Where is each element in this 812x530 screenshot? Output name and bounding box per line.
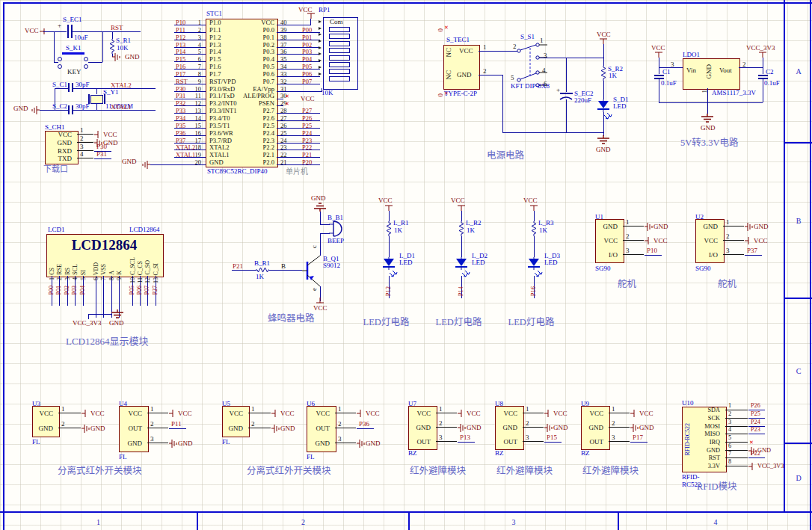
pin-name: VCC xyxy=(222,410,243,417)
pin-net-label: P03 xyxy=(71,286,78,295)
pin-number: 3 xyxy=(526,434,529,441)
mcu-pin-row-left[interactable]: XTAL2 18 xyxy=(174,144,206,151)
mcu-pin-row-left[interactable]: P30 10 xyxy=(174,85,206,93)
led-circuit[interactable]: VCC L_R3 1K L_D3 LED P16 LED灯电路 xyxy=(495,191,568,330)
caption-servo: 舵机 xyxy=(718,280,736,290)
pin-net-label: P02 xyxy=(302,41,312,49)
mcu-pin-name: P0.5 xyxy=(207,63,274,70)
schematic-sheet[interactable]: 1 2 3 4 A B C D VCC S_EC1 + 10uF RST S_R… xyxy=(0,0,812,530)
lcd-pin[interactable]: RSE 2 P01 xyxy=(55,248,63,319)
wire xyxy=(659,79,659,102)
lcd-pin[interactable]: RS 3 P02 xyxy=(64,248,71,319)
lcd-pin[interactable]: C_SCL 10 P05 xyxy=(129,248,136,319)
mcu-pin-row-left[interactable]: P36 16 xyxy=(174,129,206,137)
mcu-pin-name: ALE/PROG xyxy=(207,92,274,99)
led-icon[interactable] xyxy=(526,257,546,280)
mcu-pin-row-left[interactable]: P33 13 xyxy=(174,107,206,114)
pin-name: C_CS xyxy=(137,261,144,275)
pin-wire xyxy=(523,441,544,442)
mcu-pin-row-left[interactable]: P35 15 xyxy=(174,122,206,129)
pin-net-label: VCC xyxy=(553,410,568,417)
mcu-pin-row-right[interactable]: 29 ✕ xyxy=(277,99,359,107)
rp1-resistor xyxy=(329,76,350,81)
no-connect-icon: ✕ xyxy=(285,101,289,107)
comment-mcu: 单片机 xyxy=(286,168,308,176)
buzzer-icon[interactable] xyxy=(329,221,344,237)
mcu-pin-row-left[interactable]: P15 6 xyxy=(174,55,206,63)
mcu-pin-row-left[interactable]: P12 3 xyxy=(174,34,206,41)
mcu-pin-row-left[interactable]: P31 11 xyxy=(174,92,206,99)
mcu-pin-row-right[interactable]: 23 P22 ✕ xyxy=(277,144,359,151)
mcu-pin-row-left[interactable]: P10 1 xyxy=(174,19,206,26)
pin-net-label: GND xyxy=(280,425,295,432)
lcd-pin[interactable]: CS 1 P00 xyxy=(48,248,55,319)
rp1-pin-icon xyxy=(319,40,322,43)
pin-wire xyxy=(723,226,744,227)
wire xyxy=(659,58,659,74)
mcu-pin-row-left[interactable]: 20 xyxy=(174,158,206,166)
gnd-symbol xyxy=(30,105,40,115)
gnd-symbol xyxy=(458,423,467,433)
lcd-pin[interactable]: A 8 xyxy=(108,248,115,319)
mcu-pin-row-left[interactable]: P11 2 xyxy=(174,26,206,34)
led-circuit[interactable]: VCC L_R2 1K L_D2 LED P14 LED灯电路 xyxy=(422,191,495,330)
resistor-icon[interactable] xyxy=(108,39,116,54)
pin-number: 10 xyxy=(129,277,136,283)
wire xyxy=(269,270,302,271)
wire xyxy=(659,102,763,103)
pin-number: 2 xyxy=(439,419,443,427)
led-icon[interactable] xyxy=(454,257,473,280)
lcd-pin[interactable]: K 9 xyxy=(115,248,123,319)
lcd-pin[interactable]: VSS 7 xyxy=(99,248,107,319)
net-label-rst: RST xyxy=(111,25,123,31)
pin-net-label: P03 xyxy=(302,48,312,55)
resistor-icon[interactable] xyxy=(600,66,607,81)
resistor-icon[interactable] xyxy=(458,221,465,236)
resistor-icon[interactable] xyxy=(530,221,538,236)
pin-net-label: P22 xyxy=(748,450,765,458)
mcu-pin-row-left[interactable]: P16 7 xyxy=(174,63,206,70)
lcd-pin[interactable]: SI 5 P04 xyxy=(79,248,87,319)
mcu-pin-row-right[interactable]: 28 P27 ✕ xyxy=(277,107,359,114)
mcu-pin-row-left[interactable]: P37 17 xyxy=(174,137,206,144)
mcu-pin-row-right[interactable]: 25 P24 ✕ xyxy=(277,129,359,137)
pin-number: 1 xyxy=(251,405,255,413)
lcd-pin[interactable]: C_SI 13 P27 xyxy=(152,248,159,319)
mcu-pin-row-left[interactable]: P34 14 xyxy=(174,114,206,122)
pin-number: 2 xyxy=(80,135,84,142)
mcu-pin-row-left[interactable]: P13 4 xyxy=(174,41,206,49)
caption-ir-obstacle: 红外避障模块 xyxy=(410,466,466,477)
mcu-pin-row-left[interactable]: P32 12 xyxy=(174,99,206,107)
dip-switch-icon[interactable] xyxy=(516,43,550,87)
lcd-pin[interactable]: VDD 6 xyxy=(92,248,99,319)
pin-name: GND xyxy=(222,425,243,432)
pin-wire xyxy=(77,158,93,158)
crystal-body[interactable] xyxy=(90,95,103,104)
mcu-pin-row-right[interactable]: 22 P21 ✕ xyxy=(277,151,359,158)
mcu-pin-row-left[interactable]: P14 5 xyxy=(174,48,206,55)
mcu-pin-row-right[interactable]: 26 P25 ✕ xyxy=(277,122,359,129)
ruler-cell: 3 xyxy=(410,513,619,530)
pin-name: VDD xyxy=(93,262,99,275)
resistor-icon[interactable] xyxy=(385,221,393,236)
lcd-pin[interactable]: C_SO 12 P07 xyxy=(144,248,151,319)
mcu-pin-row-right[interactable]: 30 ✕ xyxy=(277,92,359,99)
led-icon[interactable] xyxy=(381,257,401,280)
lcd-pin[interactable]: SCL 4 P03 xyxy=(71,248,79,319)
pin-net-label: VCC xyxy=(103,131,117,138)
mcu-pin-row-right[interactable]: 21 P20 ✕ xyxy=(277,158,359,166)
key-switch[interactable] xyxy=(62,52,84,55)
mcu-pin-row-left[interactable]: P17 8 xyxy=(174,70,206,78)
switch-contact xyxy=(84,64,88,69)
pin-number: 6 xyxy=(728,443,731,449)
led-circuit[interactable]: VCC L_R1 1K L_D1 LED P12 LED灯电路 xyxy=(350,191,422,330)
pin-wire xyxy=(58,413,81,413)
net-label-vcc: VCC xyxy=(523,197,538,204)
pin-number: 4 xyxy=(728,426,731,433)
mcu-pin-row-left[interactable]: RST 9 xyxy=(174,78,206,85)
pin-number-3: 3 xyxy=(671,61,674,68)
mcu-pin-row-left[interactable]: XTAL1 19 xyxy=(174,151,206,158)
lcd-pin[interactable]: C_CS 11 P06 xyxy=(136,248,144,319)
mcu-pin-row-right[interactable]: 24 P23 ✕ xyxy=(277,137,359,144)
mcu-pin-row-right[interactable]: 27 P26 ✕ xyxy=(277,114,359,122)
